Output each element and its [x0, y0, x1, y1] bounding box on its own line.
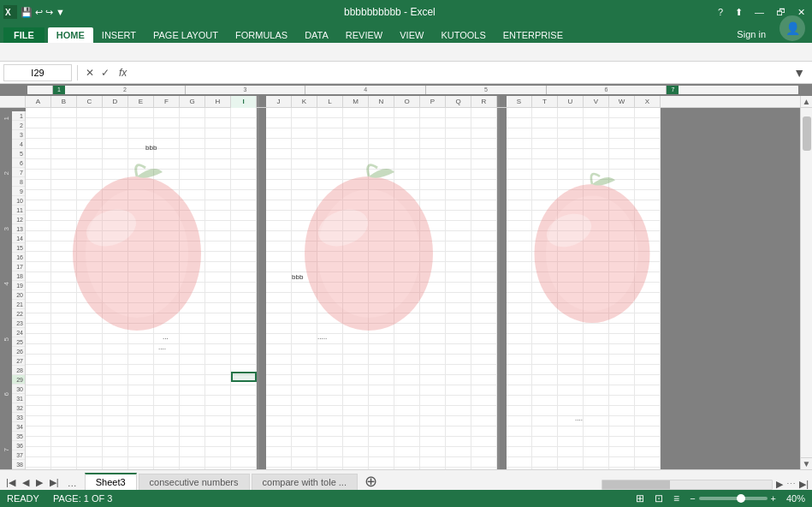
grid-cell[interactable] — [584, 447, 609, 456]
grid-cell[interactable] — [292, 221, 317, 230]
grid-cell[interactable] — [266, 118, 292, 128]
grid-cell[interactable] — [394, 170, 420, 179]
grid-cell[interactable] — [128, 108, 154, 117]
grid-cell[interactable] — [609, 108, 635, 117]
grid-cell[interactable] — [420, 128, 446, 138]
grid-cell[interactable] — [343, 303, 369, 313]
grid-cell[interactable] — [205, 468, 231, 469]
grid-cell[interactable] — [205, 118, 231, 128]
grid-cell[interactable] — [369, 272, 394, 282]
grid-cell[interactable] — [231, 334, 257, 343]
grid-cell[interactable] — [507, 272, 532, 282]
grid-cell[interactable] — [154, 211, 180, 220]
grid-cell[interactable] — [51, 211, 77, 220]
grid-cell[interactable] — [369, 406, 394, 415]
grid-cell[interactable] — [394, 180, 420, 189]
grid-cell[interactable] — [266, 283, 292, 292]
grid-cell[interactable] — [420, 426, 446, 436]
grid-cell[interactable] — [394, 355, 420, 364]
grid-cell[interactable] — [103, 365, 128, 374]
grid-cell[interactable] — [292, 293, 317, 302]
grid-cell[interactable] — [292, 190, 317, 200]
grid-cell[interactable] — [420, 324, 446, 333]
grid-cell[interactable] — [51, 108, 77, 117]
grid-cell[interactable] — [231, 437, 257, 446]
grid-cell[interactable] — [77, 159, 103, 169]
grid-cell[interactable] — [446, 447, 471, 456]
grid-cell[interactable] — [635, 221, 661, 230]
grid-cell[interactable] — [205, 180, 231, 189]
grid-cell[interactable] — [103, 108, 128, 117]
grid-cell[interactable] — [103, 170, 128, 179]
grid-cell[interactable] — [292, 170, 317, 179]
grid-cell[interactable] — [343, 200, 369, 210]
grid-cell[interactable] — [205, 385, 231, 395]
grid-cell[interactable] — [609, 293, 635, 302]
grid-cell[interactable] — [446, 437, 471, 446]
grid-cell[interactable] — [558, 426, 584, 436]
grid-cell[interactable] — [205, 242, 231, 251]
grid-cell[interactable] — [446, 344, 471, 354]
grid-cell[interactable] — [292, 252, 317, 261]
tab-insert[interactable]: INSERT — [93, 27, 145, 43]
grid-cell[interactable] — [51, 416, 77, 426]
grid-cell[interactable] — [26, 190, 51, 200]
grid-cell[interactable] — [317, 170, 343, 179]
grid-cell[interactable] — [231, 139, 257, 148]
grid-cell[interactable] — [292, 159, 317, 169]
name-box[interactable] — [3, 64, 72, 81]
grid-cell[interactable] — [128, 365, 154, 374]
grid-cell[interactable] — [558, 190, 584, 200]
grid-cell[interactable] — [558, 211, 584, 220]
grid-cell[interactable] — [369, 437, 394, 446]
grid-cell[interactable] — [231, 324, 257, 333]
grid-cell[interactable] — [394, 231, 420, 241]
grid-cell[interactable] — [128, 344, 154, 354]
grid-cell[interactable] — [205, 375, 231, 385]
grid-cell[interactable] — [205, 426, 231, 436]
grid-cell[interactable] — [507, 324, 532, 333]
grid-cell[interactable] — [446, 396, 471, 405]
grid-cell[interactable] — [26, 375, 51, 385]
tab-view[interactable]: VIEW — [391, 27, 432, 43]
grid-cell[interactable] — [471, 139, 497, 148]
grid-cell[interactable] — [584, 221, 609, 230]
grid-cell[interactable] — [507, 221, 532, 230]
grid-cell[interactable] — [558, 170, 584, 179]
grid-cell[interactable] — [205, 190, 231, 200]
grid-cell[interactable] — [180, 334, 205, 343]
grid-cell[interactable] — [507, 128, 532, 138]
grid-cell[interactable] — [128, 190, 154, 200]
grid-cell[interactable] — [507, 334, 532, 343]
grid-cell[interactable] — [635, 426, 661, 436]
grid-cell[interactable] — [584, 468, 609, 469]
grid-cell[interactable] — [154, 252, 180, 261]
grid-cell[interactable] — [26, 457, 51, 467]
grid-cell[interactable] — [609, 303, 635, 313]
grid-cell[interactable] — [394, 221, 420, 230]
grid-cell[interactable] — [231, 128, 257, 138]
grid-cell[interactable] — [507, 180, 532, 189]
grid-cell[interactable] — [266, 211, 292, 220]
grid-cell[interactable] — [77, 313, 103, 323]
grid-cell[interactable] — [317, 416, 343, 426]
grid-cell[interactable] — [584, 365, 609, 374]
grid-cell[interactable] — [369, 190, 394, 200]
grid-cell[interactable] — [317, 180, 343, 189]
grid-cell[interactable] — [343, 252, 369, 261]
grid-cell[interactable] — [26, 437, 51, 446]
grid-cell[interactable] — [343, 447, 369, 456]
grid-cell[interactable] — [394, 457, 420, 467]
grid-cell[interactable] — [26, 262, 51, 271]
grid-cell[interactable] — [369, 324, 394, 333]
grid-cell[interactable] — [317, 118, 343, 128]
tab-more-btn[interactable]: … — [63, 476, 81, 490]
grid-cell[interactable] — [154, 283, 180, 292]
grid-cell[interactable] — [180, 375, 205, 385]
grid-cell[interactable] — [584, 426, 609, 436]
grid-cell[interactable] — [507, 159, 532, 169]
grid-cell[interactable] — [231, 457, 257, 467]
grid-cell[interactable] — [584, 180, 609, 189]
confirm-btn[interactable]: ✓ — [98, 67, 112, 79]
grid-cell[interactable] — [394, 303, 420, 313]
